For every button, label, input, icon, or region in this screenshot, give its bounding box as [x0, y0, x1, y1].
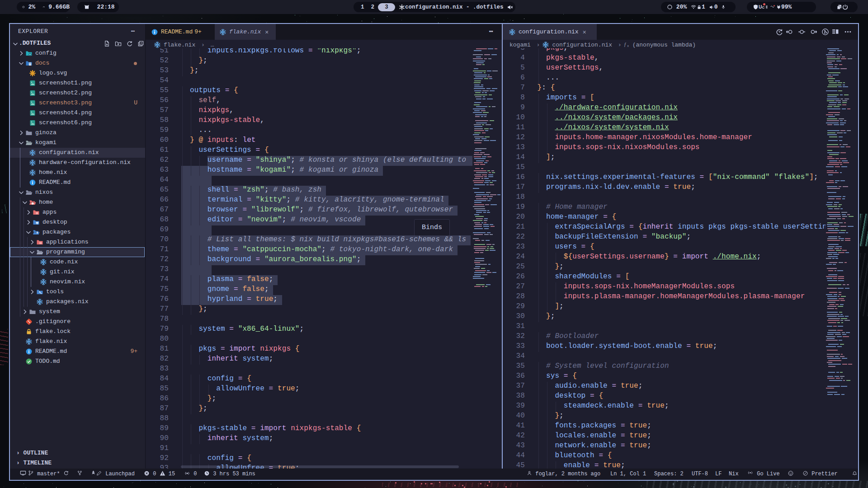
- svg-text:x: x: [627, 44, 629, 47]
- svg-text:f: f: [624, 42, 627, 47]
